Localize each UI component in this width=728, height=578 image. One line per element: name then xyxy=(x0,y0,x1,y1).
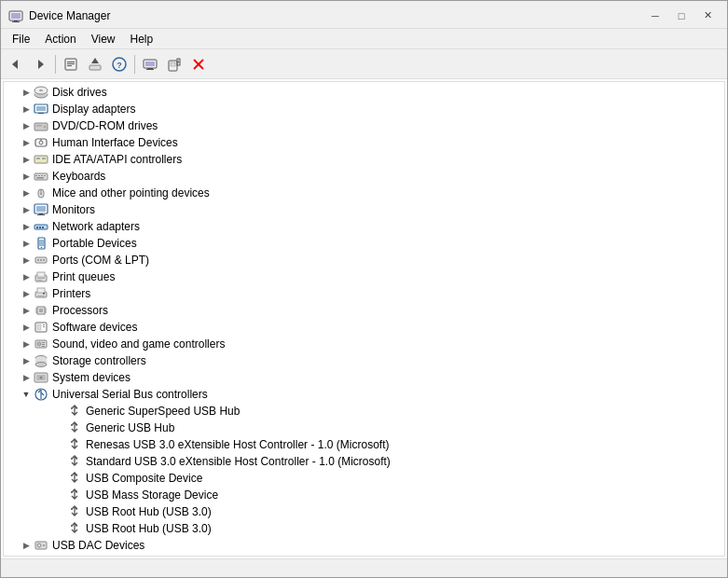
tree-item-portable[interactable]: ▶ Portable Devices xyxy=(4,235,724,252)
scan-button[interactable] xyxy=(139,53,161,76)
icon-usb xyxy=(34,387,48,402)
label-usb-mass-storage: USB Mass Storage Device xyxy=(86,489,218,502)
tree-item-system[interactable]: ▶ System devices xyxy=(4,369,724,386)
help-button[interactable]: ? xyxy=(108,53,130,76)
svg-rect-112 xyxy=(76,491,77,493)
tree-item-usb-standard[interactable]: ▶ Standard USB 3.0 eXtensible Host Contr… xyxy=(4,453,724,470)
tree-item-ide[interactable]: ▶ IDE ATA/ATAPI controllers xyxy=(4,151,724,168)
expander-storage[interactable]: ▶ xyxy=(19,353,34,368)
tree-item-usb[interactable]: ▼ Universal Serial Bus controllers xyxy=(4,386,724,403)
tree-item-software[interactable]: ▶ Software devices xyxy=(4,319,724,336)
tree-item-hid[interactable]: ▶ Human Interface Devices xyxy=(4,134,724,151)
menu-help[interactable]: Help xyxy=(123,31,161,47)
icon-ports xyxy=(34,253,48,268)
tree-item-print-queues[interactable]: ▶ Print queues xyxy=(4,268,724,285)
icon-printers xyxy=(34,286,48,301)
menu-view[interactable]: View xyxy=(84,31,123,47)
svg-rect-10 xyxy=(89,65,101,70)
label-portable: Portable Devices xyxy=(52,237,137,250)
svg-rect-102 xyxy=(76,407,77,409)
expander-processors[interactable]: ▶ xyxy=(19,303,34,318)
back-button[interactable] xyxy=(5,53,27,76)
expander-print-queues[interactable]: ▶ xyxy=(19,269,34,284)
expander-network[interactable]: ▶ xyxy=(19,219,34,234)
restore-button[interactable]: □ xyxy=(669,7,694,24)
tree-item-usb-generic-superspeed[interactable]: ▶ Generic SuperSpeed USB Hub xyxy=(4,403,724,420)
expander-display-adapters[interactable]: ▶ xyxy=(19,102,34,117)
tree-item-dac[interactable]: ▶ USB DAC Devices xyxy=(4,537,724,554)
svg-rect-40 xyxy=(34,173,48,180)
svg-rect-67 xyxy=(37,280,42,281)
expander-monitors[interactable]: ▶ xyxy=(19,202,34,217)
tree-item-dvd-cdrom[interactable]: ▶ DVD/CD-ROM drives xyxy=(4,117,724,134)
tree-item-printers[interactable]: ▶ Printers xyxy=(4,285,724,302)
expander-keyboards[interactable]: ▶ xyxy=(19,169,34,184)
tree-item-monitors[interactable]: ▶ Monitors xyxy=(4,201,724,218)
svg-rect-39 xyxy=(42,158,46,159)
toolbar: ? + xyxy=(1,49,727,79)
icon-print-queues xyxy=(34,269,48,284)
expander-usb[interactable]: ▼ xyxy=(19,387,34,402)
menu-bar: File Action View Help xyxy=(1,29,727,49)
svg-rect-104 xyxy=(76,424,77,426)
window-title: Device Manager xyxy=(29,9,110,22)
tree-item-storage[interactable]: ▶ Storage controllers xyxy=(4,352,724,369)
tree-item-ports[interactable]: ▶ Ports (COM & LPT) xyxy=(4,252,724,268)
expander-system[interactable]: ▶ xyxy=(19,370,34,385)
icon-usb-root-1 xyxy=(67,504,82,519)
tree-item-usb-mass-storage[interactable]: ▶ USB Mass Storage Device xyxy=(4,487,724,503)
tree-item-usb-composite[interactable]: ▶ USB Composite Device xyxy=(4,470,724,487)
label-system: System devices xyxy=(52,371,130,384)
svg-point-111 xyxy=(71,491,73,493)
properties-button[interactable] xyxy=(60,53,82,76)
label-ports: Ports (COM & LPT) xyxy=(52,254,149,267)
expander-portable[interactable]: ▶ xyxy=(19,236,34,251)
icon-processors xyxy=(34,303,48,318)
remove-device-button[interactable] xyxy=(187,53,210,76)
minimize-button[interactable]: ─ xyxy=(643,7,667,24)
menu-file[interactable]: File xyxy=(5,31,37,47)
label-keyboards: Keyboards xyxy=(52,170,105,183)
svg-rect-42 xyxy=(38,175,40,176)
expander-ports[interactable]: ▶ xyxy=(19,253,34,268)
expander-ide[interactable]: ▶ xyxy=(19,152,34,167)
menu-action[interactable]: Action xyxy=(37,31,83,47)
tree-item-usb-generic[interactable]: ▶ Generic USB Hub xyxy=(4,420,724,436)
svg-rect-9 xyxy=(67,65,72,66)
close-button[interactable]: ✕ xyxy=(695,7,720,24)
expander-disk-drives[interactable]: ▶ xyxy=(19,85,34,100)
tree-item-display-adapters[interactable]: ▶ Display adapters xyxy=(4,101,724,117)
icon-dvd-cdrom xyxy=(34,118,48,133)
expander-dac[interactable]: ▶ xyxy=(19,538,34,553)
svg-point-109 xyxy=(71,475,73,476)
svg-rect-1 xyxy=(11,13,21,19)
svg-rect-82 xyxy=(43,324,45,325)
tree-item-usb-root-1[interactable]: ▶ USB Root Hub (USB 3.0) xyxy=(4,503,724,520)
expander-mice[interactable]: ▶ xyxy=(19,186,34,200)
expander-software[interactable]: ▶ xyxy=(19,320,34,335)
svg-rect-17 xyxy=(146,69,154,70)
tree-item-keyboards[interactable]: ▶ Keyboards xyxy=(4,168,724,185)
icon-keyboards xyxy=(34,169,48,184)
tree-item-usb-root-2[interactable]: ▶ USB Root Hub (USB 3.0) xyxy=(4,520,724,537)
tree-item-usb-renesas[interactable]: ▶ Renesas USB 3.0 eXtensible Host Contro… xyxy=(4,436,724,453)
tree-item-sound[interactable]: ▶ Sound, video and game controllers xyxy=(4,336,724,352)
tree-item-disk-drives[interactable]: ▶ Disk drives xyxy=(4,84,724,101)
svg-text:?: ? xyxy=(117,61,122,70)
add-legacy-button[interactable]: + xyxy=(163,53,185,76)
tree-item-network[interactable]: ▶ Network adapters xyxy=(4,218,724,235)
tree-item-mice[interactable]: ▶ Mice and other pointing devices xyxy=(4,185,724,201)
svg-rect-50 xyxy=(36,206,46,212)
title-left: Device Manager xyxy=(8,8,110,23)
content-area[interactable]: ▶ Disk drives ▶ Display adapters ▶ xyxy=(3,81,725,557)
expander-sound[interactable]: ▶ xyxy=(19,337,34,351)
update-driver-button[interactable] xyxy=(84,53,106,76)
expander-dvd-cdrom[interactable]: ▶ xyxy=(19,118,34,133)
forward-button[interactable] xyxy=(29,53,51,76)
expander-printers[interactable]: ▶ xyxy=(19,286,34,301)
icon-monitors xyxy=(34,202,48,217)
tree-item-processors[interactable]: ▶ Processors xyxy=(4,302,724,319)
label-disk-drives: Disk drives xyxy=(52,86,107,99)
svg-point-27 xyxy=(39,89,43,91)
expander-hid[interactable]: ▶ xyxy=(19,135,34,150)
